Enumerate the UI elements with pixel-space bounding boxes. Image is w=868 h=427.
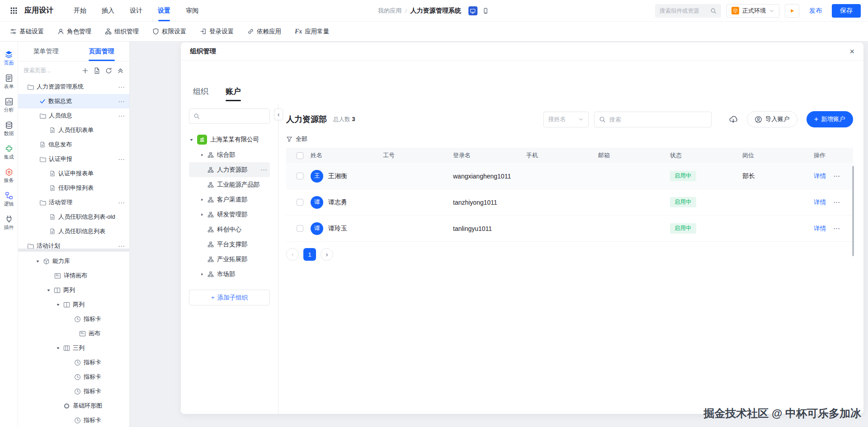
table-scrollbar[interactable]	[852, 166, 854, 256]
preview-mobile-icon[interactable]	[481, 6, 490, 15]
tree-item[interactable]: 活动管理⋯	[18, 195, 129, 210]
menu-item-start[interactable]: 开始	[66, 0, 94, 21]
tree-item-selected[interactable]: 数据总览⋯	[18, 94, 129, 108]
tab-page-management[interactable]: 页面管理	[74, 42, 129, 61]
org-tree-item[interactable]: 研发管理部	[189, 207, 270, 222]
add-account-button[interactable]: +新增账户	[807, 111, 853, 127]
menu-item-review[interactable]: 审阅	[178, 0, 206, 21]
more-icon[interactable]: ⋯	[118, 243, 125, 249]
toolbar-item-org-management[interactable]: 组织管理	[105, 28, 139, 36]
search-field-select[interactable]: 搜姓名	[543, 112, 589, 127]
component-item[interactable]: 指标卡	[18, 370, 129, 384]
toolbar-item-permission-settings[interactable]: 权限设置	[152, 28, 186, 36]
tree-item[interactable]: 人员任职信息列表	[18, 224, 129, 239]
component-item[interactable]: 指标卡	[18, 312, 129, 326]
refresh-icon[interactable]	[105, 67, 112, 74]
component-item[interactable]: 指标卡	[18, 384, 129, 399]
next-page-button[interactable]: ›	[321, 248, 333, 261]
add-sub-org-button[interactable]: +添加子组织	[189, 290, 270, 305]
rail-item-logic[interactable]: 逻辑	[0, 188, 18, 210]
rail-item-plugins[interactable]: 插件	[0, 212, 18, 233]
component-item[interactable]: 详情画布	[18, 268, 129, 283]
more-icon[interactable]: ⋯	[118, 199, 125, 206]
caret-right-icon[interactable]	[200, 197, 204, 202]
caret-right-icon[interactable]	[200, 153, 204, 157]
tree-item[interactable]: 人员信息⋯	[18, 108, 129, 123]
table-row[interactable]: 谭谭玲玉 tanlingyu1011 启用中 详情⋯	[286, 216, 853, 242]
tree-item[interactable]: 任职申报列表	[18, 181, 129, 195]
detail-link[interactable]: 详情	[814, 198, 826, 206]
caret-down-icon[interactable]	[189, 137, 194, 142]
org-tree-item[interactable]: 综合部	[189, 147, 270, 162]
org-tree-item[interactable]: 工业能源产品部	[189, 177, 270, 192]
save-button[interactable]: 保存	[832, 4, 861, 18]
rail-item-analysis[interactable]: 分析	[0, 94, 18, 116]
caret-down-icon[interactable]	[56, 346, 61, 351]
component-item[interactable]: 两列	[18, 297, 129, 312]
table-row[interactable]: 王王湘衡 wangxiangheng1011 启用中 部长 详情⋯	[286, 163, 853, 189]
new-group-icon[interactable]	[94, 67, 100, 74]
component-item[interactable]: 画布	[18, 326, 129, 341]
component-item[interactable]: 指标卡	[18, 355, 129, 370]
toolbar-item-dependent-apps[interactable]: 依赖应用	[247, 28, 281, 36]
tree-item[interactable]: 认证申报⋯	[18, 152, 129, 166]
table-row[interactable]: 谭谭志勇 tanzhiyong1011 启用中 详情⋯	[286, 189, 853, 216]
org-tree-item[interactable]: 科创中心	[189, 222, 270, 237]
publish-button[interactable]: 发布	[805, 4, 826, 18]
tree-item[interactable]: 认证申报表单	[18, 166, 129, 181]
toolbar-item-basic-settings[interactable]: 基础设置	[10, 28, 44, 36]
row-checkbox[interactable]	[297, 225, 303, 232]
collapse-all-icon[interactable]	[117, 67, 124, 74]
filter-bar[interactable]: 全部	[286, 135, 853, 143]
toolbar-item-login-settings[interactable]: 登录设置	[200, 28, 234, 36]
caret-down-icon[interactable]	[46, 288, 51, 293]
environment-selector[interactable]: 正式环境	[726, 4, 779, 18]
tree-item[interactable]: 人力资源管理系统⋯	[18, 80, 129, 94]
component-item[interactable]: 能力库	[18, 254, 129, 268]
org-tree-item[interactable]: 市场部	[189, 267, 270, 282]
account-search-input[interactable]	[609, 116, 707, 123]
more-icon[interactable]: ⋯	[833, 199, 840, 206]
breadcrumb-parent[interactable]: 我的应用	[378, 7, 401, 15]
component-item[interactable]: 基础环形图	[18, 399, 129, 413]
prev-page-button[interactable]: ‹	[286, 248, 299, 261]
menu-item-settings[interactable]: 设置	[150, 0, 178, 21]
caret-right-icon[interactable]	[200, 212, 204, 217]
org-tree-item[interactable]: 产业拓展部	[189, 252, 270, 267]
rail-item-data[interactable]: 数据	[0, 118, 18, 139]
more-icon[interactable]: ⋯	[118, 113, 125, 119]
select-all-checkbox[interactable]	[297, 152, 303, 159]
more-icon[interactable]: ⋯	[118, 156, 125, 163]
app-launcher-icon[interactable]	[7, 5, 20, 17]
export-button[interactable]	[725, 111, 741, 127]
toolbar-item-app-constants[interactable]: Fx应用常量	[295, 28, 329, 36]
tab-menu-management[interactable]: 菜单管理	[18, 42, 74, 61]
more-icon[interactable]: ⋯	[118, 84, 125, 90]
import-accounts-button[interactable]: 导入账户	[747, 111, 797, 127]
rail-item-services[interactable]: 服务	[0, 165, 18, 186]
page-1-button[interactable]: 1	[303, 248, 316, 261]
more-icon[interactable]: ⋯	[260, 166, 267, 173]
row-checkbox[interactable]	[297, 173, 303, 179]
component-item[interactable]: 指标卡	[18, 413, 129, 427]
collapse-panel-handle[interactable]: ‹	[274, 108, 283, 120]
rail-item-pages[interactable]: 页面	[0, 47, 18, 69]
tab-organization[interactable]: 组织	[193, 86, 208, 104]
close-icon[interactable]: ×	[849, 47, 854, 56]
component-item[interactable]: 两列	[18, 283, 129, 297]
tab-accounts[interactable]: 账户	[226, 86, 241, 104]
menu-item-design[interactable]: 设计	[122, 0, 150, 21]
org-search-input[interactable]	[203, 113, 265, 120]
detail-link[interactable]: 详情	[814, 225, 826, 233]
caret-right-icon[interactable]	[200, 272, 204, 277]
org-tree-company[interactable]: 上海某某有限公司	[189, 132, 270, 147]
rail-item-integration[interactable]: 集成	[0, 141, 18, 163]
toolbar-item-role-management[interactable]: 角色管理	[57, 28, 91, 36]
header-search-input[interactable]	[660, 8, 708, 14]
page-search-input[interactable]	[24, 67, 77, 74]
component-item[interactable]: 三列	[18, 341, 129, 355]
rail-item-forms[interactable]: 表单	[0, 71, 18, 92]
preview-desktop-icon[interactable]	[468, 6, 477, 15]
more-icon[interactable]: ⋯	[118, 98, 125, 105]
preview-run-button[interactable]	[785, 4, 799, 18]
